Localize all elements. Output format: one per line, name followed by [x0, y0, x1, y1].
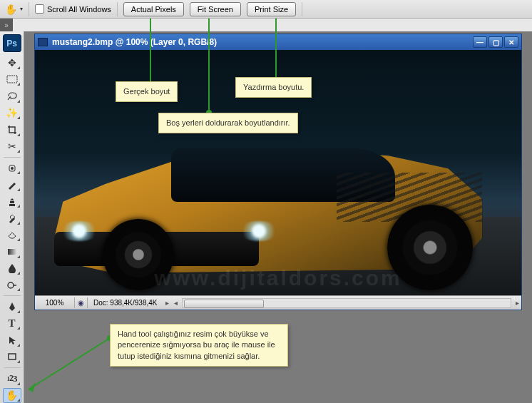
document-icon: [38, 38, 48, 46]
svg-point-2: [11, 167, 14, 170]
annotation-arrow: [150, 19, 151, 84]
zoom-level[interactable]: 100%: [35, 297, 75, 308]
watermark-text: www.dijitaldors.com: [35, 266, 521, 290]
double-arrow-icon: »: [4, 21, 9, 29]
fit-screen-button[interactable]: Fit Screen: [190, 2, 241, 16]
tool-preset-dropdown[interactable]: ▾: [20, 6, 23, 12]
separator: [117, 2, 118, 16]
annotation-arrow: [24, 324, 117, 395]
minimize-button[interactable]: —: [473, 36, 487, 48]
marquee-tool[interactable]: [3, 72, 21, 87]
print-size-button[interactable]: Print Size: [247, 2, 296, 16]
document-window: mustang2.bmp @ 100% (Layer 0, RGB/8) — ▢…: [34, 34, 522, 310]
hand-tool-icon[interactable]: ✋: [4, 3, 17, 16]
separator: [29, 2, 29, 16]
options-bar: ✋ ▾ Scroll All Windows Actual Pixels Fit…: [0, 0, 532, 19]
annotation-arrow: [208, 19, 210, 113]
scroll-left-button[interactable]: ◂: [172, 299, 180, 307]
brush-tool[interactable]: [3, 177, 21, 192]
svg-rect-0: [7, 76, 17, 83]
pen-tool[interactable]: [3, 299, 21, 314]
info-menu-arrow[interactable]: ▸: [163, 299, 172, 307]
document-info[interactable]: Doc: 938,4K/938,4K: [88, 297, 163, 308]
scroll-right-button[interactable]: ▸: [513, 299, 521, 307]
ps-logo: Ps: [3, 34, 21, 52]
slice-tool[interactable]: ✂: [3, 139, 21, 154]
svg-rect-5: [9, 354, 16, 359]
svg-line-6: [29, 338, 110, 389]
navigator-icon[interactable]: ◉: [75, 297, 88, 308]
separator: [4, 367, 21, 368]
actual-pixels-button[interactable]: Actual Pixels: [123, 2, 184, 16]
clone-stamp-tool[interactable]: [3, 194, 21, 209]
dodge-tool[interactable]: [3, 277, 21, 292]
callout-hand-tool: Hand tool çalıştığınız resim çok büyükse…: [110, 324, 288, 367]
shape-tool[interactable]: [3, 350, 21, 364]
document-title: mustang2.bmp @ 100% (Layer 0, RGB/8): [52, 37, 217, 47]
separator: [4, 295, 21, 296]
maximize-button[interactable]: ▢: [488, 36, 503, 48]
checkbox-icon: [35, 4, 44, 14]
magic-wand-tool[interactable]: ✨: [3, 106, 21, 121]
svg-rect-3: [8, 249, 16, 255]
close-button[interactable]: ✕: [504, 36, 518, 48]
gradient-tool[interactable]: [3, 244, 21, 259]
scroll-all-windows-label: Scroll All Windows: [47, 5, 111, 14]
blur-tool[interactable]: [3, 261, 21, 276]
history-brush-tool[interactable]: [3, 210, 21, 225]
path-selection-tool[interactable]: [3, 332, 21, 347]
callout-fit-screen: Boş yerleri doldurarak boyutlandırır.: [158, 113, 298, 133]
crop-tool[interactable]: [3, 122, 21, 137]
callout-print-size: Yazdırma boyutu.: [235, 77, 312, 98]
callout-actual-pixels: Gerçek boyut: [116, 81, 178, 102]
type-tool[interactable]: T: [3, 316, 21, 331]
eraser-tool[interactable]: [3, 228, 21, 243]
healing-brush-tool[interactable]: [3, 160, 21, 175]
separator: [4, 157, 21, 158]
move-tool[interactable]: ✥: [3, 55, 21, 70]
separator: [302, 2, 302, 16]
horizontal-scrollbar[interactable]: [182, 298, 511, 308]
annotation-arrow: [275, 19, 277, 80]
hand-tool[interactable]: ✋: [3, 388, 21, 403]
document-statusbar: 100% ◉ Doc: 938,4K/938,4K ▸ ◂ ▸: [35, 295, 521, 310]
scroll-all-windows-checkbox[interactable]: Scroll All Windows: [35, 4, 111, 14]
tools-palette: Ps ✥ ✨ ✂ T 123 ✋: [0, 31, 24, 403]
lasso-tool[interactable]: [3, 88, 21, 103]
annotations-tool[interactable]: 123: [3, 371, 21, 386]
svg-point-4: [8, 282, 14, 288]
document-titlebar[interactable]: mustang2.bmp @ 100% (Layer 0, RGB/8) — ▢…: [35, 34, 521, 50]
svg-marker-7: [29, 382, 36, 392]
workspace: mustang2.bmp @ 100% (Layer 0, RGB/8) — ▢…: [24, 31, 532, 403]
panel-toggle[interactable]: »: [0, 19, 13, 31]
